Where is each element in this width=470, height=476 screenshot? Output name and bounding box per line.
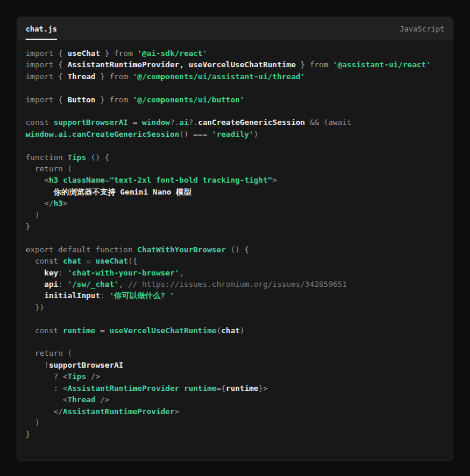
code-line (26, 105, 444, 117)
code-token: ? < (26, 372, 67, 381)
code-token: ! (26, 361, 49, 369)
code-token: ( (217, 326, 221, 335)
language-badge: JavaScript (400, 24, 444, 33)
code-token: export default function (26, 245, 137, 254)
code-token: 你的浏览器不支持 Gemini Nano 模型 (26, 187, 192, 196)
code-token: key (44, 268, 58, 277)
code-token: ={ (217, 384, 226, 393)
code-token: = (105, 176, 109, 184)
code-token: chat (63, 256, 82, 265)
code-line: ? <Tips /> (26, 371, 444, 382)
code-line: import { Button } from '@/components/ui/… (26, 94, 444, 105)
code-token: function (26, 153, 67, 162)
code-token (26, 291, 44, 300)
code-token: > (174, 407, 179, 416)
code-token: </ (26, 407, 63, 416)
code-line: </AssistantRuntimeProvider> (26, 406, 444, 417)
code-token: : (58, 268, 68, 277)
code-token: } (26, 430, 30, 439)
code-line (26, 336, 444, 347)
code-line: !supportBrowserAI (26, 359, 444, 371)
code-token: } (26, 222, 30, 231)
code-token: '你可以做什么? ' (109, 291, 174, 300)
code-line (26, 232, 444, 243)
code-token: api (44, 280, 58, 289)
code-token: window (142, 118, 170, 127)
code-token: import { (26, 72, 67, 81)
code-line: const runtime = useVercelUseChatRuntime(… (26, 325, 444, 336)
code-token: runtime (184, 384, 217, 393)
code-token: const (26, 326, 63, 335)
code-token: , (119, 280, 129, 289)
code-token: h3 (49, 176, 58, 184)
code-line: return ( (26, 163, 444, 174)
code-token: }> (258, 384, 268, 393)
code-line: import { Thread } from '@/components/ui/… (26, 71, 444, 82)
code-line: export default function ChatWithYourBrow… (26, 244, 444, 255)
code-token: AssistantRuntimeProvider, useVercelUseCh… (67, 60, 296, 69)
code-token: import { (26, 95, 67, 104)
code-line: : <AssistantRuntimeProvider runtime={run… (26, 383, 444, 394)
code-token (26, 268, 44, 277)
code-token: ?. (189, 118, 198, 127)
code-token: AssistantRuntimeProvider (67, 384, 179, 393)
code-token: () === (179, 130, 212, 139)
code-token: ChatWithYourBrowser (137, 245, 226, 254)
code-token: </ (26, 199, 54, 208)
code-token: > (63, 199, 68, 208)
code-token: ?. (170, 118, 180, 127)
code-token: () { (86, 153, 109, 162)
code-token: return ( (26, 164, 72, 173)
code-line (26, 140, 444, 151)
code-token: ({ (128, 256, 137, 265)
code-token: useVercelUseChatRuntime (109, 326, 217, 335)
code-token: ) (26, 211, 39, 220)
code-token: Button (67, 95, 95, 104)
code-line: api: '/sw/_chat', // https://issues.chro… (26, 278, 444, 290)
code-line: import { useChat } from '@ai-sdk/react' (26, 48, 444, 59)
code-token: useChat (67, 49, 100, 58)
code-token: /> (86, 372, 100, 381)
code-token: useChat (95, 256, 128, 265)
code-line: function Tips () { (26, 152, 444, 163)
code-token: () { (226, 245, 249, 254)
code-token: '@ai-sdk/react' (137, 49, 207, 58)
code-token: } from (296, 60, 333, 69)
code-token (58, 176, 63, 184)
code-token: ) (26, 418, 39, 427)
code-token: = (95, 326, 109, 335)
code-token: Tips (67, 372, 86, 381)
code-line (26, 313, 444, 324)
code-token: runtime (63, 326, 96, 335)
code-token: : (58, 280, 68, 289)
code-token: Thread (67, 395, 95, 404)
code-token: Tips (67, 153, 86, 162)
code-line: 你的浏览器不支持 Gemini Nano 模型 (26, 186, 444, 198)
code-token: import { (26, 49, 67, 58)
code-line: ) (26, 417, 444, 428)
code-token: supportBrowserAI (54, 118, 128, 127)
code-token: '@/components/ui/button' (133, 95, 245, 104)
code-line: } (26, 221, 444, 232)
code-line: initialInput: '你可以做什么? ' (26, 290, 444, 301)
code-token: ) (240, 326, 245, 335)
code-line: </h3> (26, 198, 444, 209)
code-token: = (128, 118, 142, 127)
code-line: import { AssistantRuntimeProvider, useVe… (26, 59, 444, 70)
tab-chat-js[interactable]: chat.js (26, 17, 57, 40)
code-token: h3 (54, 199, 63, 208)
code-line (26, 82, 444, 93)
code-token: }) (26, 303, 44, 312)
code-token: import { (26, 60, 67, 69)
code-token: return ( (26, 349, 72, 358)
code-token: < (26, 176, 49, 184)
code-token: Thread (67, 72, 95, 81)
code-token: : < (26, 384, 67, 393)
code-token: '@assistant-ui/react' (333, 60, 431, 69)
code-token: AssistantRuntimeProvider (63, 407, 175, 416)
code-token: chat (221, 326, 240, 335)
code-line: const chat = useChat({ (26, 255, 444, 267)
code-line: return ( (26, 347, 444, 359)
code-block: import { useChat } from '@ai-sdk/react'i… (17, 40, 453, 461)
code-token: } from (95, 72, 133, 81)
